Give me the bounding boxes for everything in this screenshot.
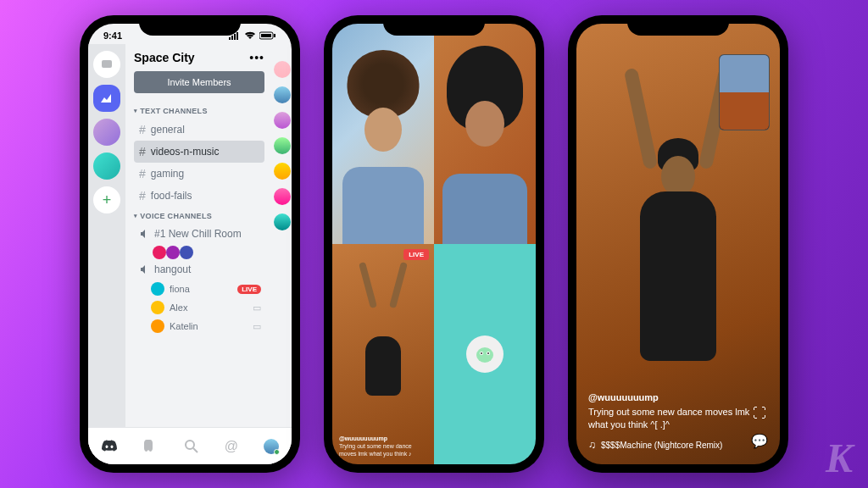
comment-icon[interactable]: 💬 (751, 433, 768, 449)
status-time: 9:41 (103, 30, 122, 41)
voice-user-fiona[interactable]: fiona LIVE (134, 280, 264, 298)
svg-rect-5 (261, 34, 271, 37)
invite-members-button[interactable]: Invite Members (134, 71, 264, 93)
nav-profile-icon[interactable] (264, 439, 279, 454)
server-icon-2[interactable] (93, 119, 120, 146)
phone-fullscreen-stream: @wuuuuuuump Trying out some new dance mo… (568, 15, 788, 473)
stream-overlay: @wuuuuuuuump Trying out some new dance m… (339, 435, 427, 458)
text-channels-header[interactable]: TEXT CHANNELS (134, 107, 264, 115)
svg-point-10 (476, 347, 493, 363)
wumpus-avatar (466, 336, 504, 373)
voice-channel-hangout[interactable]: hangout (134, 259, 264, 280)
phone-video-grid: LIVE @wuuuuuuuump Trying out some new da… (324, 15, 544, 473)
member-avatar[interactable] (274, 214, 291, 230)
svg-line-9 (193, 448, 198, 452)
svg-rect-7 (102, 60, 112, 68)
channel-panel: Space City ••• Invite Members TEXT CHANN… (125, 44, 273, 461)
phone-discord-channels: 9:41 (80, 15, 300, 473)
avatar (151, 282, 164, 296)
member-avatar[interactable] (274, 137, 291, 154)
channel-gaming[interactable]: #gaming (134, 163, 264, 185)
hash-icon: # (139, 145, 146, 158)
video-icon: ▭ (253, 302, 261, 313)
add-server-button[interactable]: + (93, 186, 120, 214)
server-rail: + (88, 44, 125, 461)
video-stream-live[interactable]: LIVE @wuuuuuuuump Trying out some new da… (332, 244, 434, 464)
svg-rect-2 (234, 34, 236, 40)
phone-notch (383, 15, 485, 36)
member-avatar[interactable] (274, 163, 291, 180)
video-participant-1[interactable] (332, 24, 434, 244)
member-avatar[interactable] (274, 112, 291, 129)
pip-participant (720, 92, 769, 130)
video-participant-bot[interactable] (434, 244, 536, 464)
server-icon-3[interactable] (93, 152, 120, 180)
voice-users-chill (134, 246, 264, 259)
wifi-icon (244, 31, 256, 40)
nav-mentions-icon[interactable]: @ (225, 439, 238, 454)
member-avatar[interactable] (274, 188, 291, 205)
avatar[interactable] (180, 246, 193, 259)
hash-icon: # (139, 123, 146, 136)
phone-notch (139, 15, 241, 36)
pip-participant (720, 55, 769, 92)
nav-discord-icon[interactable] (101, 440, 118, 453)
avatar (151, 319, 164, 333)
avatar[interactable] (166, 246, 180, 259)
speaker-icon (139, 264, 149, 274)
server-name: Space City (134, 51, 195, 64)
stream-caption: Trying out some new dance moves lmk what… (588, 406, 768, 430)
speaker-icon (139, 229, 149, 239)
svg-point-13 (481, 352, 482, 354)
channel-general[interactable]: #general (134, 119, 264, 141)
nav-search-icon[interactable] (184, 439, 199, 454)
channel-food-fails[interactable]: #food-fails (134, 185, 264, 207)
watermark: K (826, 435, 853, 481)
server-icon-active[interactable] (93, 85, 120, 112)
live-badge: LIVE (403, 249, 429, 260)
voice-user-alex[interactable]: Alex ▭ (134, 298, 264, 317)
live-badge: LIVE (237, 285, 261, 294)
picture-in-picture[interactable] (719, 54, 770, 130)
svg-rect-3 (236, 32, 238, 40)
member-preview-strip (273, 44, 292, 461)
avatar[interactable] (153, 246, 166, 259)
video-participant-2[interactable] (434, 24, 536, 244)
reaction-bar: ⛶ 💬 (751, 406, 768, 449)
video-icon: ▭ (253, 321, 261, 332)
voice-channel-chill[interactable]: #1 New Chill Room (134, 224, 264, 244)
hash-icon: # (139, 189, 146, 202)
svg-rect-0 (229, 37, 231, 40)
dm-button[interactable] (93, 51, 120, 78)
voice-user-katelin[interactable]: Katelin ▭ (134, 317, 264, 336)
battery-icon (259, 31, 276, 40)
member-avatar[interactable] (274, 86, 291, 103)
stream-handle[interactable]: @wuuuuuuump (588, 392, 768, 402)
music-note-icon: ♫ (588, 439, 596, 451)
svg-point-14 (487, 352, 489, 354)
bottom-nav: @ (88, 427, 292, 464)
member-avatar[interactable] (274, 61, 291, 78)
expand-icon[interactable]: ⛶ (753, 406, 766, 421)
nav-friends-icon[interactable] (143, 439, 159, 454)
svg-rect-1 (231, 36, 233, 40)
svg-rect-6 (274, 34, 275, 37)
stream-info: @wuuuuuuump Trying out some new dance mo… (588, 392, 768, 451)
svg-point-8 (186, 441, 194, 449)
phone-notch (627, 15, 729, 36)
avatar (151, 301, 164, 314)
channel-videos-n-music[interactable]: #videos-n-music (134, 141, 264, 163)
server-menu-button[interactable]: ••• (249, 51, 264, 64)
voice-channels-header[interactable]: VOICE CHANNELS (134, 212, 264, 220)
stream-music[interactable]: ♫ $$$$Machine (Nightcore Remix) (588, 439, 768, 451)
hash-icon: # (139, 167, 146, 180)
